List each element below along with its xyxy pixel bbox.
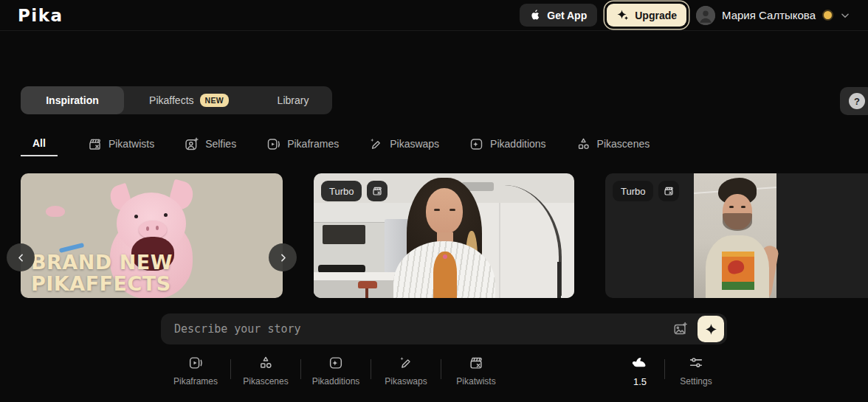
prompt-input[interactable] [173,322,664,336]
carousel-next-button[interactable] [269,243,297,271]
promo-caption-line1: BRAND NEW [31,252,173,274]
card-badges: Turbo [613,181,679,201]
pika-app: Pika Get App Upgrade Мария Салтыкова [0,0,868,402]
pikatwists-badge-icon [658,181,679,201]
toolbar-pikadditions[interactable]: Pikadditions [301,355,371,387]
toolbar-pikatwists[interactable]: Pikatwists [441,355,511,387]
mode-toolbar: Pikaframes Pikascenes Pikadditions Pikas… [161,355,727,387]
pikatwists-badge-icon [367,181,388,201]
toolbar-model-version[interactable]: 1.5 [616,355,664,387]
image-plus-icon [672,321,689,337]
pikadditions-icon [328,355,344,371]
get-app-label: Get App [547,10,587,21]
pikadditions-icon [469,136,484,152]
pikascenes-icon [258,355,274,371]
pikaswaps-icon [398,355,414,371]
status-dot [822,10,833,21]
toolbar-settings[interactable]: Settings [665,355,727,387]
filter-selfies-label: Selfies [205,138,236,150]
attach-image-button[interactable] [668,316,693,342]
pikaframes-icon [266,136,281,152]
user-menu[interactable]: Мария Салтыкова [696,6,850,25]
avatar [696,6,715,25]
apple-icon [530,9,541,21]
toolbar-pikadditions-label: Pikadditions [312,376,360,387]
filter-pikaswaps[interactable]: Pikaswaps [368,131,439,156]
filter-pikatwists[interactable]: Pikatwists [87,131,154,156]
tab-pikaffects-label: Pikaffects [149,94,193,106]
settings-sliders-icon [688,355,704,371]
toolbar-pikascenes[interactable]: Pikascenes [231,355,300,387]
filter-all[interactable]: All [21,131,58,156]
new-badge: NEW [200,94,229,107]
sparkle-icon [616,9,630,22]
toolbar-pikatwists-label: Pikatwists [456,376,495,387]
filter-pikaframes[interactable]: Pikaframes [266,131,339,156]
inspiration-cards: BRAND NEW PIKAFFECTS [21,173,868,298]
toolbar-pikaswaps-label: Pikaswaps [385,376,427,387]
prompt-bar [161,313,727,344]
card-badges: Turbo [321,181,388,201]
upgrade-button[interactable]: Upgrade [607,4,686,27]
pikaframes-icon [187,355,204,371]
filter-all-label: All [32,137,46,149]
promo-card-pikaffects[interactable]: BRAND NEW PIKAFFECTS [21,173,283,298]
toolbar-version-label: 1.5 [633,376,647,387]
sparkle-icon [705,323,717,336]
filter-pikascenes[interactable]: Pikascenes [576,131,650,156]
question-icon: ? [849,93,865,109]
pikatwists-icon [87,136,103,152]
top-bar: Pika Get App Upgrade Мария Салтыкова [0,0,868,31]
help-button[interactable]: ? [840,87,868,115]
video-card-selfie-man[interactable]: Turbo [605,173,868,298]
toolbar-settings-label: Settings [680,376,712,387]
toolbar-pikascenes-label: Pikascenes [243,376,288,387]
pikascenes-icon [576,136,591,152]
tab-inspiration-label: Inspiration [46,94,99,106]
toolbar-pikaframes-label: Pikaframes [173,376,218,387]
tab-pikaffects[interactable]: Pikaffects NEW [124,86,254,114]
selfie-icon [184,136,199,152]
tab-library-label: Library [278,94,309,106]
turbo-badge: Turbo [613,181,653,201]
tab-library[interactable]: Library [254,86,332,114]
video-card-selfie-woman[interactable]: Turbo [314,173,574,298]
view-tabs: Inspiration Pikaffects NEW Library [21,86,332,114]
turbo-badge: Turbo [321,181,362,201]
promo-caption: BRAND NEW PIKAFFECTS [31,252,173,295]
upgrade-label: Upgrade [635,10,677,21]
filter-pikaswaps-label: Pikaswaps [390,138,439,150]
get-app-button[interactable]: Get App [520,4,597,27]
filter-pikatwists-label: Pikatwists [108,138,154,150]
toolbar-pikaswaps[interactable]: Pikaswaps [371,355,441,387]
header-actions: Get App Upgrade Мария Салтыкова [520,4,850,27]
carousel-prev-button[interactable] [7,243,35,271]
chevron-down-icon [840,10,850,21]
toolbar-pikaframes[interactable]: Pikaframes [161,355,230,387]
pikaswaps-icon [368,136,384,152]
filter-pikadditions[interactable]: Pikadditions [469,131,546,156]
filter-selfies[interactable]: Selfies [184,131,236,156]
tab-inspiration[interactable]: Inspiration [21,86,124,114]
filter-pikadditions-label: Pikadditions [490,138,546,150]
pika-logo: Pika [18,6,63,25]
filter-pikaframes-label: Pikaframes [287,138,339,150]
filter-bar: All Pikatwists Selfies Pikaframes Pikasw… [21,131,650,156]
pikatwists-icon [468,355,484,371]
bunny-icon [630,355,650,371]
generate-button[interactable] [698,316,724,342]
filter-pikascenes-label: Pikascenes [597,138,650,150]
user-name: Мария Салтыкова [722,9,816,21]
promo-caption-line2: PIKAFFECTS [31,274,173,295]
